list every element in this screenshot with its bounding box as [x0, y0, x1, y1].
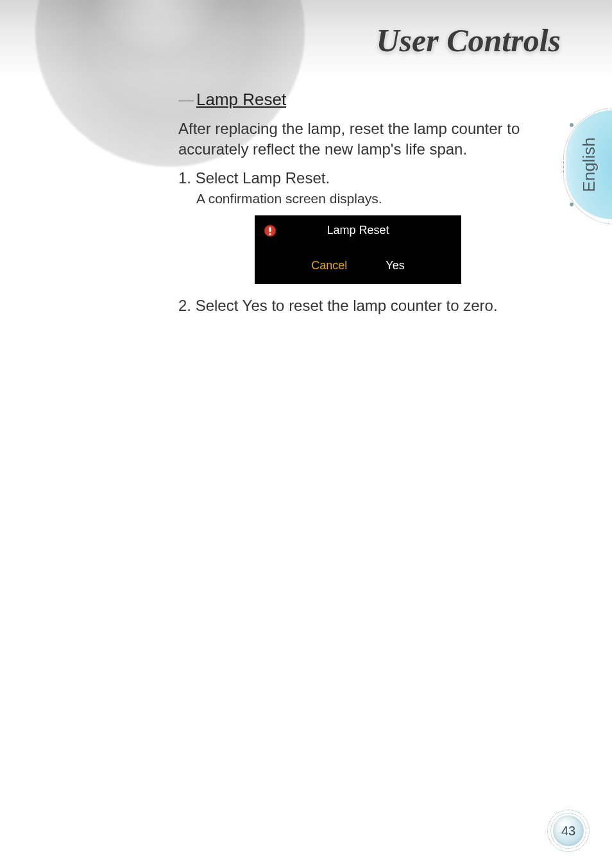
step-2: 2. Select Yes to reset the lamp counter …	[178, 297, 538, 315]
content-block: Lamp Reset After replacing the lamp, res…	[178, 90, 538, 319]
language-label: English	[579, 137, 599, 192]
page-number-badge: 43	[550, 813, 586, 849]
step-1-sub: A confirmation screen displays.	[196, 191, 538, 206]
alert-icon	[264, 224, 276, 237]
language-tab: English	[566, 110, 612, 219]
section-intro: After replacing the lamp, reset the lamp…	[178, 119, 538, 160]
page-number: 43	[561, 824, 575, 839]
page-title: User Controls	[376, 22, 561, 59]
page-badge-disc: 43	[553, 815, 584, 846]
svg-point-2	[269, 233, 271, 235]
cancel-option[interactable]: Cancel	[311, 259, 347, 272]
language-tab-dot-top	[570, 123, 574, 127]
lamp-reset-dialog: Lamp Reset Cancel Yes	[255, 215, 461, 284]
page-header: User Controls	[0, 0, 612, 77]
step-1: 1. Select Lamp Reset.	[178, 169, 538, 187]
dialog-title: Lamp Reset	[276, 224, 452, 237]
section-heading: Lamp Reset	[178, 90, 538, 110]
dialog-options: Cancel Yes	[264, 259, 452, 272]
dialog-title-row: Lamp Reset	[264, 222, 452, 240]
language-tab-dot-bottom	[570, 203, 574, 206]
svg-rect-1	[269, 227, 271, 232]
yes-option[interactable]: Yes	[386, 259, 404, 272]
